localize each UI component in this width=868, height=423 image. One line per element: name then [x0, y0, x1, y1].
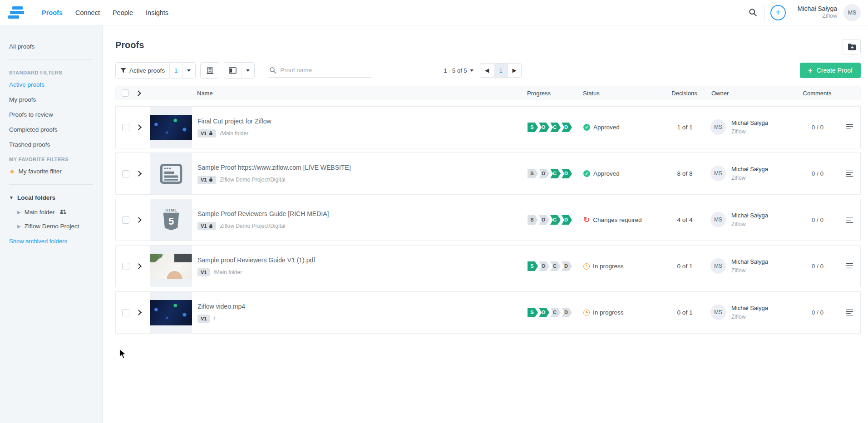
- add-folder-button[interactable]: [843, 39, 861, 54]
- folder-item-main-folder[interactable]: ▶ Main folder: [0, 205, 102, 219]
- row-expand-chevron[interactable]: [136, 217, 142, 223]
- decisions-value: 0 of 1: [666, 309, 704, 316]
- version-badge[interactable]: V1: [197, 222, 216, 230]
- row-menu-icon[interactable]: [846, 171, 853, 177]
- prev-page-button[interactable]: ◀: [480, 64, 494, 77]
- sidebar-item-my-proofs[interactable]: My proofs: [0, 92, 102, 107]
- next-page-button[interactable]: ▶: [508, 64, 521, 77]
- thumbnail-image: [150, 300, 192, 325]
- row-menu-icon[interactable]: [846, 124, 853, 131]
- row-expand-chevron[interactable]: [136, 124, 142, 130]
- sidebar-item-favorite-filter[interactable]: ★ My favorite filter: [0, 164, 102, 179]
- proof-name-cell: Sample Proof Reviewers Guide [RICH MEDIA…: [192, 210, 524, 230]
- row-expand-chevron[interactable]: [136, 171, 142, 177]
- version-badge[interactable]: V1: [197, 176, 216, 184]
- nav-connect[interactable]: Connect: [75, 9, 100, 16]
- proof-path: Ziflow Demo Project/Digital: [220, 177, 285, 183]
- row-menu-icon[interactable]: [846, 310, 853, 316]
- thumbnail-image: [150, 254, 192, 279]
- columns-button[interactable]: [224, 63, 241, 78]
- proof-name[interactable]: Sample proof Reviewers Guide V1 (1).pdf: [197, 256, 524, 264]
- row-menu-icon[interactable]: [846, 263, 853, 270]
- ziflow-logo[interactable]: [8, 5, 26, 20]
- version-badge[interactable]: V1: [197, 129, 216, 138]
- select-all-checkbox[interactable]: [122, 89, 129, 97]
- nav-people[interactable]: People: [113, 9, 133, 16]
- proof-meta: V1 Ziflow Demo Project/Digital: [197, 176, 524, 184]
- proof-thumbnail[interactable]: HTML5: [150, 107, 192, 148]
- filter-button[interactable]: Active proofs: [116, 63, 169, 78]
- user-avatar[interactable]: MS: [843, 4, 861, 21]
- version-badge[interactable]: V1: [197, 315, 210, 323]
- user-info[interactable]: Michał Sałyga Ziflow: [798, 5, 837, 20]
- owner-avatar: MS: [710, 305, 726, 320]
- proof-name[interactable]: Ziflow video.mp4: [197, 303, 524, 310]
- proof-row: HTML5 Final Cut project for Ziflow V1 /M…: [115, 106, 861, 148]
- column-header-owner[interactable]: Owner: [704, 90, 797, 97]
- row-menu-icon[interactable]: [846, 217, 853, 223]
- lock-icon: [209, 131, 213, 136]
- expand-all-chevron[interactable]: [135, 90, 141, 96]
- status-icon: [583, 263, 590, 270]
- local-folders-label: Local folders: [17, 194, 55, 201]
- folder-label: Ziflow Demo Project: [25, 223, 79, 230]
- folder-item-ziflow-demo-project[interactable]: ▶ Ziflow Demo Project: [0, 219, 102, 233]
- current-page[interactable]: 1: [494, 64, 508, 77]
- column-header-status[interactable]: Status: [580, 90, 665, 97]
- proof-thumbnail[interactable]: HTML5: [150, 153, 192, 194]
- proof-path: /: [213, 315, 215, 322]
- pagination-range-dropdown[interactable]: 1 - 5 of 5: [444, 67, 473, 74]
- column-header-comments[interactable]: Comments: [797, 90, 838, 97]
- create-proof-button[interactable]: + Create Proof: [800, 63, 861, 78]
- column-header-progress[interactable]: Progress: [523, 90, 580, 97]
- proof-name-cell: Sample proof Reviewers Guide V1 (1).pdf …: [192, 256, 524, 276]
- sidebar-item-all-proofs[interactable]: All proofs: [0, 39, 102, 54]
- row-checkbox[interactable]: [122, 309, 129, 316]
- proof-name[interactable]: Sample Proof Reviewers Guide [RICH MEDIA…: [197, 210, 524, 217]
- proof-name-cell: Final Cut project for Ziflow V1 /Main fo…: [192, 118, 524, 138]
- local-folders-toggle[interactable]: ▼ Local folders: [0, 190, 102, 205]
- proof-thumbnail[interactable]: HTML5: [150, 246, 192, 287]
- row-checkbox[interactable]: [122, 216, 129, 224]
- search-icon[interactable]: [745, 5, 761, 20]
- add-new-button[interactable]: +: [770, 5, 786, 20]
- status-cell: In progress: [581, 263, 666, 270]
- owner-avatar: MS: [710, 258, 726, 274]
- row-expand-chevron[interactable]: [136, 263, 142, 269]
- row-checkbox[interactable]: [122, 124, 129, 131]
- progress-step-c: C: [550, 215, 561, 225]
- column-header-name[interactable]: Name: [192, 90, 523, 97]
- proof-meta: V1 /Main folder: [197, 129, 524, 138]
- filter-count[interactable]: 1: [169, 63, 182, 78]
- sidebar-item-completed-proofs[interactable]: Completed proofs: [0, 122, 102, 137]
- progress-step-o: O: [539, 261, 549, 271]
- column-header-decisions[interactable]: Decisions: [665, 90, 704, 97]
- version-badge[interactable]: V1: [197, 268, 210, 276]
- row-checkbox[interactable]: [122, 263, 129, 270]
- svg-text:HTML: HTML: [165, 207, 177, 212]
- row-expand-chevron[interactable]: [136, 310, 142, 315]
- show-archived-folders-link[interactable]: Show archived folders: [0, 233, 102, 249]
- row-checkbox[interactable]: [122, 170, 129, 177]
- progress-step-o: O: [539, 215, 549, 225]
- owner-org: Ziflow: [731, 221, 745, 227]
- proof-search-input[interactable]: [280, 67, 362, 74]
- sidebar-item-trashed-proofs[interactable]: Trashed proofs: [0, 137, 102, 152]
- proof-thumbnail[interactable]: HTML5: [150, 199, 192, 241]
- sidebar-item-active-proofs[interactable]: Active proofs: [0, 77, 102, 92]
- filter-dropdown-button[interactable]: [182, 63, 195, 78]
- proof-path: Ziflow Demo Project/Digital: [220, 223, 285, 229]
- nav-insights[interactable]: Insights: [146, 9, 168, 16]
- sidebar-item-proofs-to-review[interactable]: Proofs to review: [0, 107, 102, 122]
- proof-thumbnail[interactable]: HTML5: [150, 292, 192, 333]
- top-nav: Proofs Connect People Insights + Michał …: [0, 0, 868, 25]
- nav-proofs[interactable]: Proofs: [42, 9, 63, 16]
- proof-name[interactable]: Sample Proof https://www.ziflow.com [LIV…: [197, 164, 524, 171]
- columns-dropdown-button[interactable]: [241, 63, 254, 78]
- proof-name[interactable]: Final Cut project for Ziflow: [197, 118, 524, 125]
- pager: ◀ 1 ▶: [480, 63, 522, 78]
- main-content: Proofs Active proofs 1: [103, 25, 868, 423]
- density-view-button[interactable]: [200, 62, 219, 79]
- row-menu-cell: [838, 263, 861, 270]
- proof-rows: HTML5 Final Cut project for Ziflow V1 /M…: [115, 106, 861, 334]
